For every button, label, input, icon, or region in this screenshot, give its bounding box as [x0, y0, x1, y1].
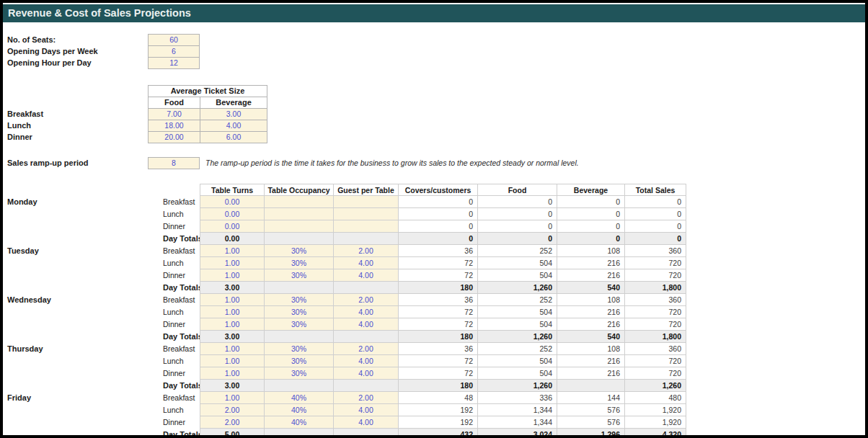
cell-food: 252 [478, 245, 557, 257]
cell-guests[interactable] [334, 220, 399, 233]
cell-guests[interactable] [334, 208, 399, 220]
cell-turns[interactable]: 0.00 [200, 196, 265, 208]
cell-turns[interactable]: 1.00 [200, 355, 265, 367]
label-opening-hours: Opening Hour per Day [7, 57, 92, 68]
cell-total: 1,920 [625, 404, 686, 416]
cell-occupancy[interactable] [265, 220, 334, 233]
cell-turns[interactable]: 1.00 [200, 318, 265, 331]
cell-food: 504 [478, 367, 557, 380]
cell-total: 720 [625, 306, 686, 318]
table-row: Day Totals5.004323,0241,2964,320 [3, 429, 686, 435]
cell-guests[interactable]: 4.00 [334, 367, 399, 380]
cell-turns[interactable]: 1.00 [200, 392, 265, 404]
cell-food: 3,024 [478, 429, 557, 435]
ticket-breakfast-beverage[interactable]: 3.00 [200, 109, 267, 120]
page-title: Revenue & Cost of Sales Projections [3, 4, 865, 22]
cell-occupancy[interactable]: 30% [265, 367, 334, 380]
cell-occupancy[interactable]: 30% [265, 294, 334, 306]
day-label [3, 257, 160, 269]
cell-occupancy[interactable]: 30% [265, 355, 334, 367]
cell-guests[interactable]: 4.00 [334, 269, 399, 282]
cell-covers: 180 [399, 282, 478, 294]
cell-occupancy[interactable]: 30% [265, 245, 334, 257]
cell-guests[interactable]: 4.00 [334, 257, 399, 269]
day-label [3, 269, 160, 282]
cell-beverage: 540 [557, 331, 625, 343]
cell-beverage: 216 [557, 318, 625, 331]
cell-beverage: 576 [557, 416, 625, 429]
day-label: Tuesday [3, 245, 160, 257]
cell-turns[interactable]: 2.00 [200, 404, 265, 416]
cell-occupancy[interactable]: 30% [265, 306, 334, 318]
meal-label: Lunch [160, 208, 200, 220]
meal-label: Dinner [160, 416, 200, 429]
input-opening-hours[interactable]: 12 [148, 57, 200, 69]
ticket-dinner-beverage[interactable]: 6.00 [200, 132, 267, 143]
cell-turns[interactable]: 1.00 [200, 269, 265, 282]
cell-guests[interactable]: 2.00 [334, 294, 399, 306]
cell-occupancy[interactable]: 40% [265, 392, 334, 404]
cell-occupancy[interactable]: 40% [265, 416, 334, 429]
label-no-of-seats: No. of Seats: [7, 34, 56, 45]
day-label [3, 416, 160, 429]
cell-turns[interactable]: 1.00 [200, 306, 265, 318]
ticket-lunch-food[interactable]: 18.00 [149, 120, 200, 132]
cell-turns[interactable]: 1.00 [200, 294, 265, 306]
cell-total: 1,800 [625, 331, 686, 343]
ticket-dinner-food[interactable]: 20.00 [149, 132, 200, 143]
cell-guests[interactable]: 4.00 [334, 306, 399, 318]
input-ramp-up[interactable]: 8 [148, 157, 200, 169]
cell-turns[interactable]: 2.00 [200, 416, 265, 429]
meal-label: Breakfast [160, 343, 200, 355]
cell-total: 720 [625, 269, 686, 282]
cell-turns[interactable]: 1.00 [200, 367, 265, 380]
cell-occupancy[interactable]: 30% [265, 257, 334, 269]
cell-food: 1,260 [478, 380, 557, 392]
cell-occupancy[interactable]: 40% [265, 404, 334, 416]
cell-beverage: 1,296 [557, 429, 625, 435]
cell-guests[interactable]: 2.00 [334, 245, 399, 257]
cell-guests[interactable]: 4.00 [334, 355, 399, 367]
cell-guests[interactable]: 2.00 [334, 343, 399, 355]
cell-total: 480 [625, 392, 686, 404]
cell-turns: 3.00 [200, 331, 265, 343]
cell-turns[interactable]: 1.00 [200, 257, 265, 269]
cell-total: 0 [625, 196, 686, 208]
cell-covers: 72 [399, 355, 478, 367]
cell-guests[interactable]: 4.00 [334, 404, 399, 416]
cell-occupancy[interactable]: 30% [265, 269, 334, 282]
cell-guests[interactable]: 4.00 [334, 318, 399, 331]
day-label [3, 429, 160, 435]
cell-guests[interactable]: 2.00 [334, 392, 399, 404]
input-no-of-seats[interactable]: 60 [148, 34, 200, 46]
input-opening-days[interactable]: 6 [148, 45, 200, 58]
meal-label: Lunch [160, 355, 200, 367]
spreadsheet-window: Revenue & Cost of Sales Projections No. … [0, 0, 868, 438]
cell-turns[interactable]: 0.00 [200, 220, 265, 233]
meal-label: Dinner [160, 220, 200, 233]
cell-food: 252 [478, 343, 557, 355]
cell-guests[interactable] [334, 196, 399, 208]
cell-turns[interactable]: 0.00 [200, 208, 265, 220]
ticket-breakfast-food[interactable]: 7.00 [149, 109, 200, 120]
cell-occupancy[interactable] [265, 196, 334, 208]
cell-occupancy[interactable]: 30% [265, 343, 334, 355]
meal-label: Dinner [160, 367, 200, 380]
day-totals-label: Day Totals [160, 331, 200, 343]
ticket-lunch-beverage[interactable]: 4.00 [200, 120, 267, 132]
cell-food: 504 [478, 318, 557, 331]
cell-covers: 180 [399, 380, 478, 392]
cell-covers: 72 [399, 318, 478, 331]
cell-food: 0 [478, 233, 557, 245]
cell-guests[interactable]: 4.00 [334, 416, 399, 429]
label-dinner: Dinner [7, 131, 32, 143]
day-label: Thursday [3, 343, 160, 355]
cell-turns[interactable]: 1.00 [200, 343, 265, 355]
cell-occupancy[interactable]: 30% [265, 318, 334, 331]
col-covers-customers: Covers/customers [399, 184, 478, 196]
cell-turns: 5.00 [200, 429, 265, 435]
label-opening-days: Opening Days per Week [7, 45, 98, 57]
cell-turns[interactable]: 1.00 [200, 245, 265, 257]
table-row: Lunch1.0030%4.0072504216720 [3, 257, 686, 269]
cell-occupancy[interactable] [265, 208, 334, 220]
